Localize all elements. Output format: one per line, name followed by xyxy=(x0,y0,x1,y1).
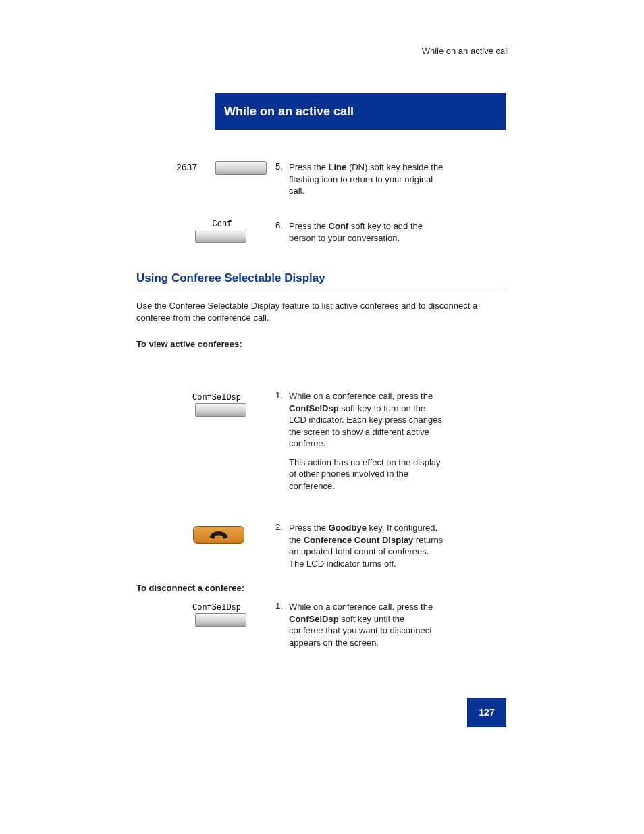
step-text: LCD indicator. Each key press changes xyxy=(289,414,442,426)
step-text: soft key to add the xyxy=(351,221,423,231)
step-5: 5. Press the Line (DN) soft key beside t… xyxy=(275,161,443,197)
steps-label-2: To disconnect a conferee: xyxy=(136,582,244,594)
step-text-bold: Line xyxy=(329,162,347,172)
step-text: call. xyxy=(289,185,443,197)
confseldsp-button-2[interactable] xyxy=(195,613,246,627)
step-text-bold: Conference Count Display xyxy=(304,535,414,545)
disconnect-step-1: 1. While on a conference call, press the… xyxy=(275,601,433,648)
step-number: 5. xyxy=(275,161,289,172)
step-text: (DN) soft key beside the xyxy=(349,162,443,172)
step-text: soft key to turn on the xyxy=(341,403,425,413)
step-text: This action has no effect on the display xyxy=(289,457,442,469)
step-text-bold: ConfSelDsp xyxy=(289,614,339,624)
conf-label: Conf xyxy=(205,219,239,229)
step-text-bold: Goodbye xyxy=(329,523,367,533)
section-banner: While on an active call xyxy=(215,93,506,130)
step-text: Press the xyxy=(289,523,326,533)
step-number: 6. xyxy=(275,220,289,230)
conf-button[interactable] xyxy=(195,230,246,243)
step-text: flashing icon to return to your original xyxy=(289,174,443,186)
banner-title: While on an active call xyxy=(224,105,354,119)
step-text: conference. xyxy=(289,480,442,492)
step-text: soft key until the xyxy=(341,614,404,624)
step-text: person to your conversation. xyxy=(289,232,423,244)
steps-label: To view active conferees: xyxy=(136,338,242,350)
step-number: 1. xyxy=(275,601,289,611)
page-number: 127 xyxy=(467,698,506,727)
step-text: of other phones involved in the xyxy=(289,468,442,480)
confseldsp-button[interactable] xyxy=(195,403,246,417)
line-dn-button[interactable] xyxy=(215,161,267,175)
section-paragraph: Use the Conferee Selectable Display feat… xyxy=(136,300,506,324)
step-text: the screen to show a different active xyxy=(289,426,442,438)
step-text-bold: ConfSelDsp xyxy=(289,403,339,413)
view-step-2: 2. Press the Goodbye key. If configured,… xyxy=(275,522,443,569)
confseldsp-label: ConfSelDsp xyxy=(192,393,241,402)
step-text: While on a conference call, press the xyxy=(289,390,442,402)
step-text: The LCD indicator turns off. xyxy=(289,558,443,570)
step-text: an updated total count of conferees. xyxy=(289,546,443,558)
step-text: conferee that you want to disconnect xyxy=(289,625,433,637)
phone-hangup-icon xyxy=(209,530,229,540)
step-text: While on a conference call, press the xyxy=(289,601,433,613)
page-header: While on an active call xyxy=(422,46,509,56)
step-text: returns xyxy=(416,535,443,545)
step-text: Press the xyxy=(289,221,326,231)
step-text: conferee. xyxy=(289,438,442,450)
page-number-value: 127 xyxy=(479,707,494,718)
step-text: Press the xyxy=(289,162,326,172)
line-dn-label: 2637 xyxy=(176,163,197,173)
view-step-1: 1. While on a conference call, press the… xyxy=(275,390,442,492)
divider xyxy=(136,290,506,290)
confseldsp-label-2: ConfSelDsp xyxy=(192,603,241,613)
goodbye-button[interactable] xyxy=(193,526,244,544)
step-text: the xyxy=(289,535,301,545)
section-heading: Using Conferee Selectable Display xyxy=(136,271,325,285)
step-number: 1. xyxy=(275,390,289,400)
step-text-bold: Conf xyxy=(329,221,349,231)
step-6: 6. Press the Conf soft key to add the pe… xyxy=(275,220,423,244)
step-text: appears on the screen. xyxy=(289,637,433,649)
step-text: key. If configured, xyxy=(369,523,438,533)
step-number: 2. xyxy=(275,522,289,532)
